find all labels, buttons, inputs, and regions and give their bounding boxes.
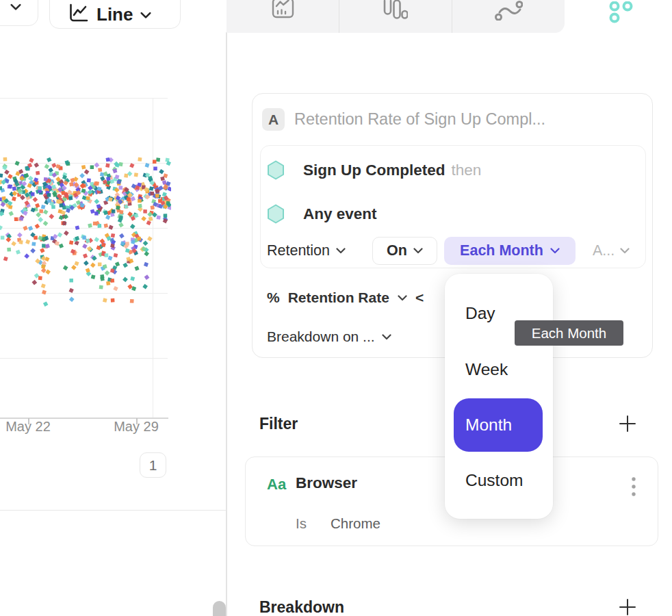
metric-dropdown[interactable]: Retention <box>267 237 346 265</box>
each-month-tooltip: Each Month <box>515 320 623 346</box>
event-name: Any event <box>303 205 377 222</box>
filter-options-menu-button[interactable] <box>630 475 638 498</box>
plus-icon <box>618 598 637 616</box>
filter-section-title: Filter <box>259 415 298 433</box>
retention-dots-icon <box>609 1 634 23</box>
kebab-menu-icon <box>631 476 636 498</box>
tab-bar-chart[interactable] <box>339 0 452 33</box>
filter-property[interactable]: Browser <box>296 474 357 492</box>
chevron-down-icon <box>140 12 150 18</box>
dropdown-option-week[interactable]: Week <box>465 360 508 379</box>
breakdown-on-dropdown[interactable]: Breakdown on ... <box>267 327 391 346</box>
breakdown-on-label: Breakdown on ... <box>267 329 375 345</box>
event-step-1[interactable]: Sign Up Completedthen <box>303 162 481 179</box>
truncated-label: A... <box>593 242 615 259</box>
percent-symbol: % <box>267 290 280 306</box>
toolbar-collapsed-dropdown-button[interactable] <box>0 0 38 26</box>
event-name: Sign Up Completed <box>303 162 445 179</box>
event-hexagon-icon <box>267 160 285 180</box>
x-tick-label-may29: May 29 <box>101 419 171 435</box>
bar-chart-icon <box>383 0 408 20</box>
on-label: On <box>387 242 407 259</box>
tab-line-chart[interactable] <box>227 0 339 33</box>
retention-scatter-chart <box>0 92 171 311</box>
flow-curve-icon <box>494 0 523 21</box>
scrollbar-thumb[interactable] <box>213 601 226 616</box>
chevron-down-icon <box>398 295 407 301</box>
analytics-report-screen: Line May 22 May 29 1 <box>0 0 672 616</box>
chart-type-dropdown-button[interactable]: Line <box>49 0 181 29</box>
tab-flow[interactable] <box>452 0 565 33</box>
measure-dropdown[interactable]: % Retention Rate < <box>267 288 424 307</box>
on-dropdown-button[interactable]: On <box>372 237 437 265</box>
truncated-dropdown[interactable]: A... <box>593 237 630 265</box>
dropdown-option-day[interactable]: Day <box>465 304 495 323</box>
series-badge: A <box>262 108 285 131</box>
gridline <box>0 358 168 359</box>
line-chart-frame-icon <box>272 0 295 18</box>
comparator-symbol[interactable]: < <box>415 290 424 306</box>
line-chart-icon <box>68 3 89 26</box>
plus-icon <box>618 414 637 433</box>
tab-retention-active[interactable] <box>565 0 672 33</box>
horizontal-divider <box>0 510 227 511</box>
dropdown-option-month-selected[interactable]: Month <box>454 398 543 452</box>
chevron-down-icon <box>550 248 560 254</box>
query-title[interactable]: Retention Rate of Sign Up Compl... <box>294 110 545 129</box>
vertical-panel-divider <box>226 32 227 616</box>
measure-label: Retention Rate <box>288 290 389 306</box>
event-step-2[interactable]: Any event <box>303 205 377 223</box>
metric-label: Retention <box>267 242 330 259</box>
chart-type-label: Line <box>96 4 133 25</box>
interval-label: Each Month <box>460 242 543 259</box>
chevron-down-icon <box>382 334 391 340</box>
chevron-down-icon <box>10 3 20 10</box>
pagination-page-button[interactable]: 1 <box>140 452 166 478</box>
chevron-down-icon <box>336 248 346 254</box>
chevron-down-icon <box>413 248 423 254</box>
add-filter-button[interactable] <box>617 413 638 434</box>
dropdown-option-custom[interactable]: Custom <box>465 471 523 490</box>
event-connector: then <box>452 162 482 179</box>
interval-dropdown-button[interactable]: Each Month <box>444 237 576 265</box>
string-type-icon: Aa <box>267 476 286 493</box>
x-tick-label-may22: May 22 <box>0 419 63 435</box>
filter-operator[interactable]: Is <box>296 515 307 532</box>
filter-value[interactable]: Chrome <box>331 515 380 532</box>
breakdown-section-title: Breakdown <box>259 598 344 616</box>
add-breakdown-button[interactable] <box>617 597 638 616</box>
event-hexagon-icon <box>267 204 285 224</box>
chevron-down-icon <box>620 248 630 254</box>
